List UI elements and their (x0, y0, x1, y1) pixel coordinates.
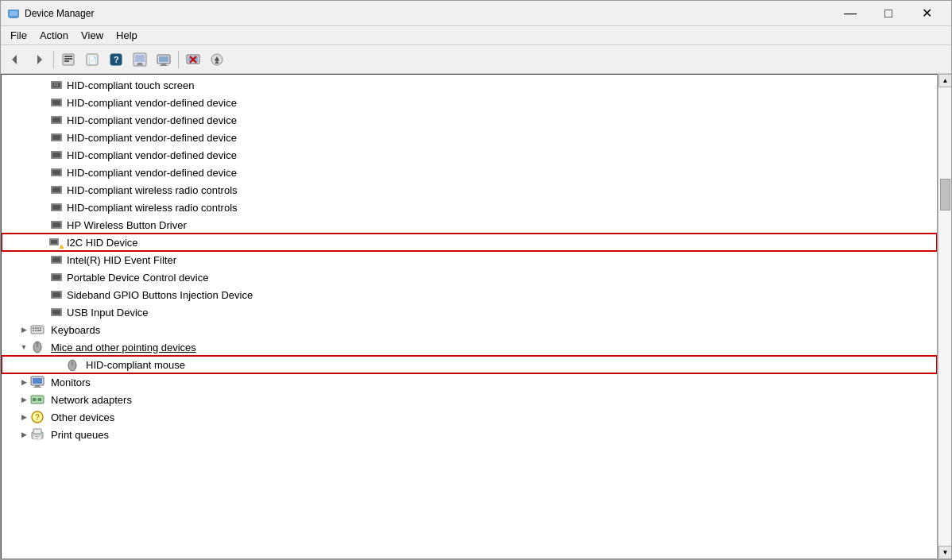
device-hid-touchscreen[interactable]: HID-compliant touch screen (2, 76, 937, 94)
device-hid-vendor-4[interactable]: HID-compliant vendor-defined device (2, 146, 937, 164)
svg-rect-62 (52, 310, 60, 315)
svg-rect-56 (52, 257, 60, 262)
uninstall-button[interactable] (182, 48, 204, 71)
scan-button[interactable] (129, 48, 151, 71)
hid-icon (49, 305, 64, 319)
forward-button[interactable] (28, 48, 50, 71)
device-i2c-hid[interactable]: ! I2C HID Device (2, 234, 937, 251)
category-keyboards[interactable]: ▶ Keyboards (2, 321, 937, 338)
device-hid-vendor-5[interactable]: HID-compliant vendor-defined device (2, 164, 937, 181)
svg-rect-52 (51, 240, 57, 244)
category-other-devices[interactable]: ▶ ? Other devices (2, 408, 937, 426)
scroll-thumb[interactable] (940, 179, 950, 210)
svg-marker-4 (12, 55, 17, 64)
maximize-button[interactable]: □ (870, 2, 907, 25)
update-driver-button[interactable]: 📄 (81, 48, 103, 71)
minimize-button[interactable]: — (832, 2, 869, 25)
svg-text:?: ? (114, 55, 119, 64)
svg-rect-32 (56, 83, 58, 84)
svg-rect-80 (33, 387, 41, 388)
hid-icon (49, 113, 64, 127)
other-devices-icon: ? (30, 410, 45, 424)
properties-button[interactable] (57, 48, 79, 71)
svg-rect-36 (52, 100, 60, 105)
scrollbar[interactable]: ▲ ▼ (938, 74, 951, 559)
svg-rect-88 (33, 429, 41, 434)
svg-rect-31 (54, 83, 56, 84)
svg-rect-19 (159, 56, 168, 62)
monitor-icon (30, 375, 45, 389)
close-button[interactable]: ✕ (908, 2, 945, 25)
help-button[interactable]: ? (105, 48, 127, 71)
svg-rect-50 (52, 222, 60, 227)
hid-icon (49, 165, 64, 180)
window-controls: — □ ✕ (832, 2, 945, 25)
category-print-queues[interactable]: ▶ Print queues (2, 426, 937, 443)
svg-rect-8 (64, 58, 72, 60)
warning-hid-icon: ! (49, 235, 64, 249)
hid-icon (49, 183, 64, 197)
hid-icon (49, 218, 64, 232)
hid-icon (49, 200, 64, 214)
device-hid-vendor-1[interactable]: HID-compliant vendor-defined device (2, 94, 937, 111)
svg-rect-60 (52, 292, 60, 297)
svg-text:?: ? (35, 413, 40, 422)
download-button[interactable] (206, 48, 228, 71)
menu-view[interactable]: View (75, 28, 110, 43)
keyboard-icon (30, 322, 45, 337)
back-button[interactable] (4, 48, 26, 71)
device-portable-control[interactable]: Portable Device Control device (2, 268, 937, 286)
svg-rect-15 (135, 55, 145, 62)
hid-icon (49, 288, 64, 302)
separator-1 (53, 51, 54, 68)
svg-rect-17 (137, 64, 143, 65)
expand-network-icon: ▶ (17, 393, 30, 406)
device-hid-vendor-2[interactable]: HID-compliant vendor-defined device (2, 111, 937, 129)
device-usb-input[interactable]: USB Input Device (2, 303, 937, 321)
network-icon (30, 392, 45, 407)
svg-rect-66 (37, 327, 39, 329)
svg-rect-46 (52, 187, 60, 192)
hid-icon (49, 270, 64, 284)
window-title: Device Manager (25, 8, 832, 19)
svg-rect-34 (56, 85, 58, 86)
menu-bar: File Action View Help (1, 26, 951, 45)
device-hid-radio-1[interactable]: HID-compliant wireless radio controls (2, 181, 937, 199)
menu-action[interactable]: Action (33, 28, 75, 43)
device-hp-wireless[interactable]: HP Wireless Button Driver (2, 216, 937, 234)
svg-rect-64 (33, 327, 34, 329)
device-tree-panel[interactable]: HID-compliant touch screen HID-compliant… (1, 74, 938, 559)
hid-icon (49, 78, 64, 92)
scroll-down-button[interactable]: ▼ (938, 546, 951, 559)
category-mice[interactable]: ▼ Mice and other pointing devices (2, 338, 937, 356)
device-intel-hid[interactable]: Intel(R) HID Event Filter (2, 251, 937, 268)
svg-rect-91 (35, 438, 38, 438)
hid-icon (49, 148, 64, 162)
mouse-category-icon (30, 340, 45, 354)
menu-help[interactable]: Help (110, 28, 144, 43)
svg-rect-3 (10, 17, 17, 18)
hid-icon (49, 95, 64, 110)
expand-mice-icon: ▼ (17, 341, 30, 353)
device-sideband[interactable]: Sideband GPIO Buttons Injection Device (2, 286, 937, 303)
category-network[interactable]: ▶ Network adapters (2, 391, 937, 408)
scroll-track[interactable] (938, 87, 951, 546)
device-hid-mouse[interactable]: HID-compliant mouse (2, 356, 937, 373)
menu-file[interactable]: File (4, 28, 33, 43)
svg-rect-83 (38, 398, 41, 401)
scroll-up-button[interactable]: ▲ (938, 74, 951, 87)
svg-rect-67 (40, 327, 41, 329)
device-hid-radio-2[interactable]: HID-compliant wireless radio controls (2, 199, 937, 216)
expand-monitors-icon: ▶ (17, 376, 30, 388)
device-hid-vendor-3[interactable]: HID-compliant vendor-defined device (2, 129, 937, 146)
svg-point-73 (36, 342, 39, 345)
svg-rect-16 (137, 63, 142, 64)
svg-rect-89 (33, 435, 41, 439)
svg-text:!: ! (60, 245, 61, 249)
category-monitors[interactable]: ▶ Monitors (2, 373, 937, 391)
svg-rect-82 (33, 398, 36, 401)
expand-print-icon: ▶ (17, 428, 30, 441)
monitor-button[interactable] (153, 48, 175, 71)
title-bar: Device Manager — □ ✕ (1, 1, 951, 26)
svg-rect-44 (52, 170, 60, 175)
